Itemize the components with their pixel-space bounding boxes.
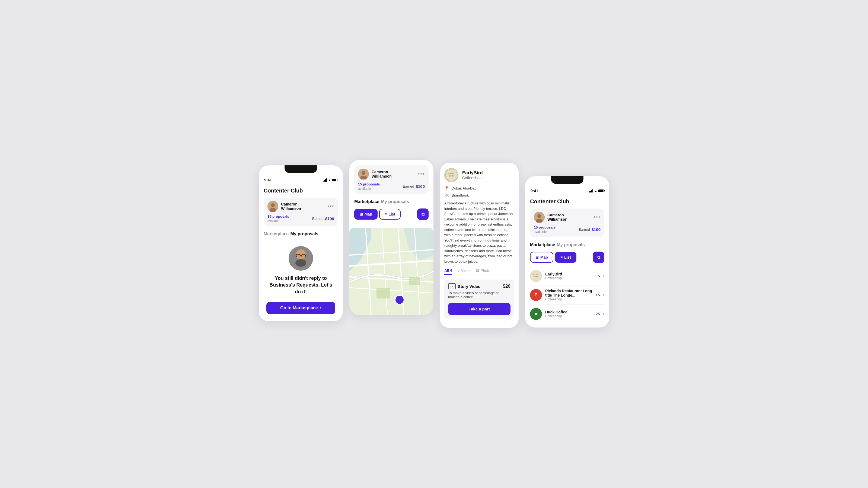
offer-header: ▷ Story Video $20 xyxy=(448,283,510,289)
map-button-2[interactable]: ⊞ Map xyxy=(354,209,378,220)
svg-text:3: 3 xyxy=(399,298,401,302)
brand-text: EarlyBird Coffeeshop xyxy=(462,170,483,180)
screen3-card: EARLY BIRD EarlyBird Coffeeshop 📍 Dubai,… xyxy=(440,163,519,328)
user-card-row1: CameronWilliamson ••• xyxy=(268,201,334,212)
list-name-1: Pielands Restaurant Long title The Longe… xyxy=(545,289,592,297)
screen1-content: Contenter Club CameronWilliamson xyxy=(259,183,343,321)
detail-desc: A two-storey structure with cosy minimal… xyxy=(444,201,514,264)
offer-price: $20 xyxy=(503,284,510,289)
brand-name: EarlyBird xyxy=(462,170,483,176)
user-card-4-row1: CameronWilliamson ••• xyxy=(534,212,600,223)
list-item-2[interactable]: DC Duck Coffee Coffeeshop 25 › xyxy=(530,305,604,323)
map-button-4[interactable]: ⊞ Map xyxy=(530,252,553,263)
map-svg: 3 xyxy=(349,228,433,315)
status-icons-1: ▲ xyxy=(323,178,337,182)
filter-button-2[interactable]: ⧉ xyxy=(417,208,429,220)
brandbook-text: Brandbook xyxy=(452,193,469,197)
list-icon-2: ≡ xyxy=(384,212,387,216)
list-item-1[interactable]: P Pielands Restaurant Long title The Lon… xyxy=(530,286,604,305)
svg-text:P: P xyxy=(535,293,538,297)
offer-card: ▷ Story Video $20 To make a video of bac… xyxy=(444,280,514,319)
screen1-card: 9:41 ▲ Contenter Club xyxy=(259,165,343,321)
proposals-info-4[interactable]: 15 proposals available xyxy=(534,225,556,234)
tab-marketplace-1[interactable]: Marketplace xyxy=(264,231,289,237)
screens-container: 9:41 ▲ Contenter Club xyxy=(259,160,609,328)
notch xyxy=(284,165,317,173)
battery-icon-4 xyxy=(598,190,604,192)
status-time-4: 9:41 xyxy=(531,189,538,193)
user-card-1: CameronWilliamson ••• 15 proposals avail… xyxy=(264,198,338,226)
battery-icon-1 xyxy=(332,178,337,182)
earned-block-2: Earned $100 xyxy=(403,184,425,189)
filter-photo[interactable]: 🖼 Photo xyxy=(475,268,490,273)
user-name-4: CameronWilliamson xyxy=(547,213,567,222)
avatar-2 xyxy=(358,169,369,180)
wifi-icon-1: ▲ xyxy=(328,178,331,182)
user-name-1: CameronWilliamson xyxy=(281,202,301,210)
tabs-2: Marketplace My proposals xyxy=(354,199,429,205)
signal-icon-4 xyxy=(589,189,593,193)
proposals-count-1: 15 proposals xyxy=(268,215,289,219)
svg-point-31 xyxy=(537,214,541,218)
list-count-2: 25 xyxy=(596,312,600,316)
view-buttons-2: ⊞ Map ≡ List ⧉ xyxy=(354,208,429,220)
proposals-count-4: 15 proposals xyxy=(534,225,556,230)
screen4-card: 9:41 ▲ Contenter Club xyxy=(525,176,609,327)
earned-label-2: Earned xyxy=(403,184,414,188)
proposals-info-2[interactable]: 15 proposals available xyxy=(358,182,380,191)
user-info-1: CameronWilliamson xyxy=(268,201,301,212)
list-button-4[interactable]: ≡ List xyxy=(555,252,577,263)
list-info-0: EarlyBird Coffeeshop xyxy=(545,272,595,280)
status-icons-4: ▲ xyxy=(589,189,604,193)
chevron-2: › xyxy=(603,312,604,316)
offer-desc: To make a video of backstage of making a… xyxy=(448,291,510,299)
tabs-1: Marketplace My proposals xyxy=(264,231,338,237)
app-title-4: Contenter Club xyxy=(530,198,604,205)
svg-text:EARLY: EARLY xyxy=(533,274,539,275)
list-count-1: 15 xyxy=(596,293,600,297)
offer-title-row: ▷ Story Video xyxy=(448,283,480,289)
filter-all[interactable]: All 6 xyxy=(444,268,452,275)
tab-proposals-4[interactable]: My proposals xyxy=(557,242,585,248)
notch-4 xyxy=(551,176,584,184)
empty-state: You still didn't reply to Business's Req… xyxy=(264,241,338,317)
menu-dots-4[interactable]: ••• xyxy=(594,215,600,220)
list-info-1: Pielands Restaurant Long title The Longe… xyxy=(545,289,592,301)
list-button-2[interactable]: ≡ List xyxy=(379,209,401,220)
tab-marketplace-2[interactable]: Marketplace xyxy=(354,199,379,205)
svg-text:BIRD: BIRD xyxy=(534,276,538,278)
map-container[interactable]: 3 xyxy=(349,228,433,315)
user-card-2-row1: CameronWilliamson ••• xyxy=(358,169,425,180)
list-count-0: 5 xyxy=(598,274,600,278)
svg-point-9 xyxy=(298,257,302,259)
video-offer-icon: ▷ xyxy=(448,283,456,289)
proposals-sub-1: available xyxy=(268,219,289,223)
svg-point-11 xyxy=(362,171,365,175)
filter-all-count: 6 xyxy=(450,269,452,272)
filter-button-4[interactable]: ⧉ xyxy=(593,252,604,263)
menu-dots-2[interactable]: ••• xyxy=(418,171,425,177)
proposals-sub-4: available xyxy=(534,230,556,234)
filter-video[interactable]: ▷ Video xyxy=(457,268,471,273)
empty-text: You still didn't reply to Business's Req… xyxy=(267,275,335,295)
list-item-0[interactable]: EARLY BIRD EarlyBird Coffeeshop 5 › xyxy=(530,267,604,286)
menu-dots-1[interactable]: ••• xyxy=(328,204,334,209)
status-bar-4: 9:41 ▲ xyxy=(525,186,609,194)
proposals-info-1[interactable]: 15 proposals available xyxy=(268,215,289,223)
user-info-2: CameronWilliamson xyxy=(358,169,392,180)
signal-icon-1 xyxy=(323,178,327,182)
tab-marketplace-4[interactable]: Marketplace xyxy=(530,242,555,248)
go-to-marketplace-button[interactable]: Go to Marketplace › xyxy=(267,302,335,314)
tab-proposals-2[interactable]: My proposals xyxy=(381,199,409,205)
location-text: Dubai, Abu-Dabi xyxy=(452,186,477,190)
take-part-button[interactable]: Take a part xyxy=(448,303,510,315)
avatar-4 xyxy=(534,212,545,223)
screen3-content: EARLY BIRD EarlyBird Coffeeshop 📍 Dubai,… xyxy=(444,168,514,319)
user-card-row2: 15 proposals available Earned $100 xyxy=(268,215,334,223)
tab-proposals-1[interactable]: My proposals xyxy=(290,231,318,237)
earned-block-4: Earned $100 xyxy=(579,227,600,232)
list-name-2: Duck Coffee xyxy=(545,310,592,314)
offer-title: Story Video xyxy=(458,284,480,289)
view-buttons-4: ⊞ Map ≡ List ⧉ xyxy=(530,252,604,263)
proposals-count-2: 15 proposals xyxy=(358,182,380,187)
